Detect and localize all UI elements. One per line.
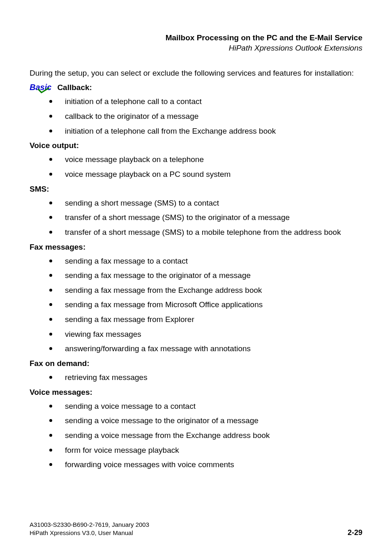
section-title: SMS:: [30, 185, 49, 194]
page-header: Mailbox Processing on the PC and the E-M…: [30, 33, 362, 53]
basic-badge: Basic: [30, 83, 51, 92]
section-title: Fax on demand:: [30, 359, 90, 368]
list-item: sending a voice message to the originato…: [30, 415, 362, 426]
list-item: callback to the originator of a message: [30, 111, 362, 122]
section-head-sms: SMS:: [30, 185, 362, 194]
callback-list: initiation of a telephone call to a cont…: [30, 96, 362, 136]
list-item: sending a fax message from Microsoft Off…: [30, 299, 362, 310]
list-item: voice message playback on a telephone: [30, 154, 362, 165]
page: Mailbox Processing on the PC and the E-M…: [0, 0, 392, 556]
footer-left: A31003-S2330-B690-2-7619, January 2003 H…: [30, 521, 149, 537]
list-item: viewing fax messages: [30, 329, 362, 340]
fax-on-demand-list: retrieving fax messages: [30, 372, 362, 383]
footer-line1: A31003-S2330-B690-2-7619, January 2003: [30, 521, 149, 529]
list-item: transfer of a short message (SMS) to the…: [30, 212, 362, 223]
list-item: sending a voice message to a contact: [30, 401, 362, 412]
list-item: sending a short message (SMS) to a conta…: [30, 198, 362, 208]
section-title: Fax messages:: [30, 243, 85, 252]
section-head-voice-messages: Voice messages:: [30, 388, 362, 397]
list-item: retrieving fax messages: [30, 372, 362, 383]
list-item: initiation of a telephone call from the …: [30, 126, 362, 137]
footer-line2: HiPath Xpressions V3.0, User Manual: [30, 529, 149, 537]
list-item: answering/forwarding a fax message with …: [30, 343, 362, 354]
page-footer: A31003-S2330-B690-2-7619, January 2003 H…: [30, 521, 362, 537]
list-item: sending a fax message to a contact: [30, 256, 362, 266]
section-head-callback: Basic Callback:: [30, 83, 362, 92]
list-item: form for voice message playback: [30, 445, 362, 456]
header-title: Mailbox Processing on the PC and the E-M…: [30, 33, 362, 43]
fax-messages-list: sending a fax message to a contact sendi…: [30, 256, 362, 354]
section-head-fax-on-demand: Fax on demand:: [30, 359, 362, 368]
section-head-voice-output: Voice output:: [30, 141, 362, 150]
section-title: Voice output:: [30, 141, 79, 150]
swoosh-icon: [38, 88, 49, 93]
list-item: sending a fax message from the Exchange …: [30, 285, 362, 296]
voice-messages-list: sending a voice message to a contact sen…: [30, 401, 362, 470]
list-item: initiation of a telephone call to a cont…: [30, 96, 362, 107]
list-item: voice message playback on a PC sound sys…: [30, 169, 362, 180]
list-item: sending a fax message to the originator …: [30, 270, 362, 281]
list-item: sending a fax message from Explorer: [30, 314, 362, 325]
list-item: forwarding voice messages with voice com…: [30, 459, 362, 470]
sms-list: sending a short message (SMS) to a conta…: [30, 198, 362, 238]
footer-page-number: 2-29: [348, 528, 362, 537]
list-item: transfer of a short message (SMS) to a m…: [30, 227, 362, 238]
voice-output-list: voice message playback on a telephone vo…: [30, 154, 362, 179]
header-subtitle: HiPath Xpressions Outlook Extensions: [30, 43, 362, 53]
section-head-fax-messages: Fax messages:: [30, 243, 362, 252]
intro-text: During the setup, you can select or excl…: [30, 69, 362, 78]
list-item: sending a voice message from the Exchang…: [30, 430, 362, 441]
section-title: Callback:: [57, 83, 92, 92]
section-title: Voice messages:: [30, 388, 92, 397]
